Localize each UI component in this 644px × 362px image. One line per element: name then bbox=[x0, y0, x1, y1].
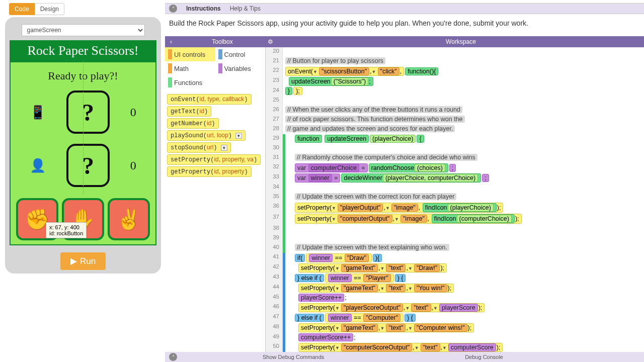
category-math[interactable]: Math bbox=[165, 61, 215, 75]
code-line-36[interactable]: 36setProperty(▼"playerOutput",▼"image", … bbox=[266, 202, 644, 213]
computer-score: 0 bbox=[130, 106, 136, 119]
computer-output: ? bbox=[66, 90, 110, 134]
screen-select[interactable]: gameScreen bbox=[22, 24, 145, 36]
code-line-33[interactable]: 33var winner = decideWinner(playerChoice… bbox=[266, 173, 644, 183]
app-title: Rock Paper Scissors! bbox=[11, 41, 155, 62]
code-line-30[interactable]: 30 bbox=[266, 144, 644, 153]
person-icon: 👤 bbox=[30, 158, 46, 173]
collapse-icon[interactable]: ˄ bbox=[169, 5, 177, 13]
instructions-tab[interactable]: Instructions bbox=[186, 5, 221, 12]
debug-collapse-icon[interactable]: ˄ bbox=[169, 353, 177, 361]
player-output: ? bbox=[66, 144, 110, 187]
code-line-32[interactable]: 32var computerChoice = randomChoose(choi… bbox=[266, 163, 644, 173]
code-line-23[interactable]: 23 updateScreen("Scissors"); bbox=[266, 76, 644, 86]
code-line-46[interactable]: 46 setProperty(▼"playerScoreOutput",▼"te… bbox=[266, 303, 644, 313]
code-line-47[interactable]: 47} else if (winner == "Computer") { bbox=[266, 313, 644, 323]
code-line-48[interactable]: 48 setProperty(▼"gameText",▼"text",▼"Com… bbox=[266, 323, 644, 333]
cmd-setProperty[interactable]: setProperty(id, property, va) bbox=[167, 154, 261, 165]
code-line-42[interactable]: 42 setProperty(▼"gameText",▼"text",▼"Dra… bbox=[266, 263, 644, 273]
code-line-44[interactable]: 44 setProperty(▼"gameText",▼"text",▼"You… bbox=[266, 283, 644, 293]
instructions-bar: ˄ Instructions Help & Tips bbox=[165, 3, 644, 14]
app-screen: Rock Paper Scissors! Ready to play?! 📱 ?… bbox=[10, 40, 156, 245]
instructions-text: Build the Rock Paper Scissors app, using… bbox=[165, 15, 644, 34]
show-debug-label[interactable]: Show Debug Commands bbox=[263, 354, 324, 360]
code-line-20[interactable]: 20 bbox=[266, 47, 644, 57]
toolbox-panel: UI controlsControlMathVariablesFunctions… bbox=[165, 47, 266, 352]
code-line-39[interactable]: 39 bbox=[266, 234, 644, 243]
cmd-getNumber[interactable]: getNumber(id) bbox=[167, 118, 219, 129]
cmd-stopSound[interactable]: stopSound(url) ▾ bbox=[167, 142, 231, 153]
code-line-25[interactable]: 25 bbox=[266, 96, 644, 106]
design-tab[interactable]: Design bbox=[35, 3, 64, 15]
code-line-29[interactable]: 29function updateScreen(playerChoice){ bbox=[266, 134, 644, 144]
code-line-28[interactable]: 28// game and updates the screen and sco… bbox=[266, 125, 644, 134]
app-preview-panel: gameScreen Rock Paper Scissors! Ready to… bbox=[5, 17, 161, 274]
workspace-header: ‹ Toolbox ⚙ Workspace bbox=[165, 36, 644, 47]
code-line-21[interactable]: 21// Button for player to play scissors bbox=[266, 57, 644, 66]
code-line-35[interactable]: 35// Update the screen with the correct … bbox=[266, 193, 644, 202]
code-line-26[interactable]: 26// When the user clicks any of the thr… bbox=[266, 106, 644, 115]
bottom-bar: ˄ Show Debug Commands Debug Console bbox=[165, 352, 644, 362]
code-line-41[interactable]: 41if(winner == "Draw"){ bbox=[266, 253, 644, 263]
run-button[interactable]: ▶ Run bbox=[60, 252, 106, 270]
code-line-40[interactable]: 40// Update the screen with the text exp… bbox=[266, 243, 644, 253]
debug-console-label[interactable]: Debug Console bbox=[465, 354, 503, 360]
phone-icon: 📱 bbox=[30, 105, 46, 120]
play-icon: ▶ bbox=[70, 256, 77, 266]
cmd-getProperty[interactable]: getProperty(id, property) bbox=[167, 166, 252, 177]
code-line-49[interactable]: 49 computerScore++; bbox=[266, 333, 644, 342]
cmd-onEvent[interactable]: onEvent(id, type, callback) bbox=[167, 94, 252, 105]
code-workspace[interactable]: 2021// Button for player to play scissor… bbox=[266, 47, 644, 352]
code-tab[interactable]: Code bbox=[9, 3, 35, 15]
toolbox-collapse-icon[interactable]: ‹ bbox=[165, 38, 177, 45]
category-control[interactable]: Control bbox=[215, 47, 266, 61]
code-line-45[interactable]: 45 playerScore++; bbox=[266, 293, 644, 303]
player-score: 0 bbox=[130, 159, 136, 172]
code-line-38[interactable]: 38 bbox=[266, 224, 644, 234]
code-line-37[interactable]: 37setProperty(▼"computerOutput",▼"image"… bbox=[266, 213, 644, 224]
cmd-getText[interactable]: getText(id) bbox=[167, 106, 211, 117]
category-ui-controls[interactable]: UI controls bbox=[165, 47, 215, 61]
code-line-50[interactable]: 50 setProperty(▼"computerScoreOutput",▼"… bbox=[266, 342, 644, 352]
category-functions[interactable]: Functions bbox=[165, 75, 215, 89]
hover-tooltip: x: 67, y: 400 id: rockButton bbox=[46, 222, 87, 238]
toolbox-label: Toolbox bbox=[177, 38, 268, 45]
center-guide bbox=[83, 61, 84, 194]
workspace-label: Workspace bbox=[278, 38, 644, 45]
gear-icon[interactable]: ⚙ bbox=[268, 38, 278, 45]
code-line-34[interactable]: 34 bbox=[266, 183, 644, 193]
help-tips-tab[interactable]: Help & Tips bbox=[230, 5, 261, 12]
scissors-button[interactable]: ✌ bbox=[108, 198, 150, 240]
code-line-31[interactable]: 31// Randomly choose the computer's choi… bbox=[266, 153, 644, 163]
code-line-27[interactable]: 27// of rock paper scissors. This functi… bbox=[266, 115, 644, 125]
code-line-24[interactable]: 24}); bbox=[266, 86, 644, 96]
category-variables[interactable]: Variables bbox=[215, 61, 266, 75]
cmd-playSound[interactable]: playSound(url, loop) ▾ bbox=[167, 130, 246, 141]
code-line-22[interactable]: 22onEvent(▼"scissorsButton",▼"click", fu… bbox=[266, 66, 644, 76]
code-line-43[interactable]: 43} else if (winner == "Player") { bbox=[266, 273, 644, 283]
